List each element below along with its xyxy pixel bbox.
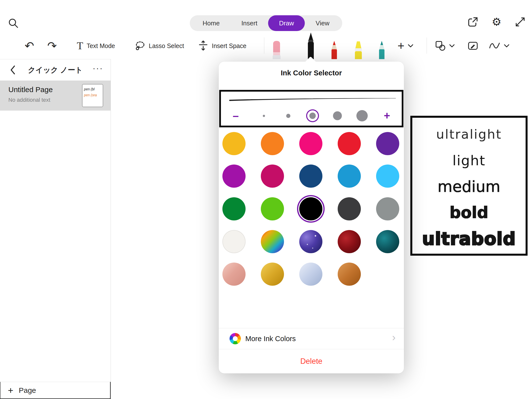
text-mode-label: Text Mode (87, 42, 115, 50)
sidebar-header: クイック ノート ··· (0, 59, 111, 81)
settings-button[interactable]: ⚙ (492, 17, 501, 27)
ink-sample-light: light (412, 147, 526, 173)
chevron-right-icon: › (392, 332, 396, 343)
thumbnail-text: pen (bl (84, 86, 101, 92)
ink-color-violet[interactable] (222, 165, 246, 188)
draw-ribbon: ↶ ↷ T Text Mode Lasso Select Insert Spac… (0, 34, 532, 59)
ink-color-rose-gold[interactable] (222, 263, 246, 286)
shapes-button[interactable] (435, 38, 455, 54)
ink-color-galaxy[interactable] (299, 230, 322, 253)
share-icon (467, 16, 479, 28)
text-mode-icon: T (77, 40, 83, 52)
pencil-teal-tool[interactable] (376, 40, 387, 59)
fullscreen-icon (515, 17, 526, 27)
search-icon (8, 18, 19, 29)
notebook-sidebar: クイック ノート ··· Untitled Page No additional… (0, 59, 111, 399)
ink-color-red-marble[interactable] (338, 230, 361, 253)
more-options-button[interactable]: ··· (93, 66, 103, 73)
pencil-icon (376, 40, 387, 59)
ink-note-button[interactable] (467, 38, 478, 54)
redo-icon: ↷ (47, 39, 57, 52)
delete-label: Delete (300, 357, 322, 366)
delete-pen-button[interactable]: Delete (219, 349, 404, 373)
ink-color-light-green[interactable] (261, 197, 284, 220)
chevron-down-icon (408, 44, 413, 48)
text-mode-button[interactable]: T Text Mode (77, 38, 115, 54)
page-subtitle: No additional text (8, 97, 50, 103)
add-pen-button[interactable]: + (398, 38, 413, 54)
more-ellipsis-icon: ··· (93, 63, 103, 73)
share-button[interactable] (467, 16, 479, 28)
ink-color-selector-popup: Ink Color Selector – + More Ink Colors ›… (219, 62, 404, 373)
insert-space-button[interactable]: Insert Space (198, 38, 246, 54)
scribble-icon (489, 40, 500, 51)
undo-icon: ↶ (25, 39, 34, 52)
ink-color-bronze[interactable] (338, 263, 361, 286)
thumbnail-text: pen (ora (84, 92, 101, 98)
back-chevron-icon (9, 65, 17, 75)
ink-color-light-blue[interactable] (376, 165, 399, 188)
toolbar-divider (427, 37, 427, 54)
lasso-select-label: Lasso Select (149, 42, 184, 50)
ink-color-white[interactable] (222, 230, 246, 253)
ink-color-green[interactable] (222, 197, 246, 220)
highlighter-yellow-tool[interactable] (353, 40, 364, 59)
more-ink-colors-label: More Ink Colors (245, 335, 296, 343)
ink-stroke-style-button[interactable] (489, 38, 509, 54)
pencil-red-tool[interactable] (329, 40, 340, 59)
tab-home[interactable]: Home (192, 15, 231, 31)
search-button[interactable] (6, 16, 20, 30)
gear-icon: ⚙ (492, 17, 501, 27)
ink-color-magenta[interactable] (261, 165, 284, 188)
toolbar-divider (264, 37, 264, 54)
ink-color-orange[interactable] (261, 132, 284, 155)
eraser-tool[interactable] (271, 40, 282, 59)
eraser-icon (271, 40, 282, 59)
tab-view[interactable]: View (305, 15, 340, 31)
undo-button[interactable]: ↶ (25, 38, 34, 54)
chevron-down-icon (504, 44, 509, 48)
tab-insert[interactable]: Insert (231, 15, 268, 31)
ink-color-gold[interactable] (261, 263, 284, 286)
ink-color-pink[interactable] (299, 132, 322, 155)
lasso-select-button[interactable]: Lasso Select (134, 38, 184, 54)
plus-icon: + (8, 386, 13, 395)
highlighter-icon (353, 40, 364, 59)
ink-color-blue[interactable] (338, 165, 361, 188)
ink-sample-ultralight: ultralight (412, 121, 526, 147)
ink-color-dark-blue[interactable] (299, 165, 322, 188)
ink-color-yellow[interactable] (222, 132, 246, 155)
ink-color-silver[interactable] (299, 263, 322, 286)
color-wheel-icon (230, 333, 241, 344)
ink-color-gray[interactable] (376, 197, 399, 220)
back-button[interactable] (7, 65, 18, 75)
pen-tray (268, 32, 397, 59)
pen-black-tool-selected[interactable] (305, 33, 316, 59)
ink-sample-medium: medium (412, 173, 526, 200)
tab-strip: HomeInsertDrawView (190, 15, 342, 31)
add-page-button[interactable]: + Page (0, 382, 111, 399)
ink-weight-samples: ultralightlightmediumboldultrabold (410, 116, 528, 256)
insert-space-icon (198, 40, 208, 51)
ink-color-teal-marble[interactable] (376, 230, 399, 253)
ink-color-rainbow-glitter[interactable] (261, 230, 284, 253)
ink-color-red[interactable] (338, 132, 361, 155)
onenote-app: HomeInsertDrawView ⚙ (0, 0, 532, 399)
more-ink-colors-button[interactable]: More Ink Colors › (219, 328, 404, 349)
lasso-icon (134, 41, 145, 51)
top-right-actions: ⚙ (467, 16, 526, 28)
ink-note-icon (467, 40, 478, 51)
redo-button[interactable]: ↷ (47, 38, 57, 54)
ink-color-dark-gray[interactable] (338, 197, 361, 220)
insert-space-label: Insert Space (212, 42, 246, 50)
pencil-icon (329, 40, 340, 59)
add-pen-icon: + (398, 40, 404, 52)
ink-color-grid (219, 62, 404, 298)
ink-color-purple[interactable] (376, 132, 399, 155)
tab-draw[interactable]: Draw (268, 15, 305, 31)
page-list-item-selected[interactable]: Untitled Page No additional text pen (bl… (0, 81, 111, 111)
page-title: Untitled Page (8, 85, 53, 94)
page-thumbnail: pen (blpen (ora (82, 84, 103, 107)
fullscreen-button[interactable] (515, 17, 526, 27)
ink-color-black[interactable] (299, 197, 322, 220)
